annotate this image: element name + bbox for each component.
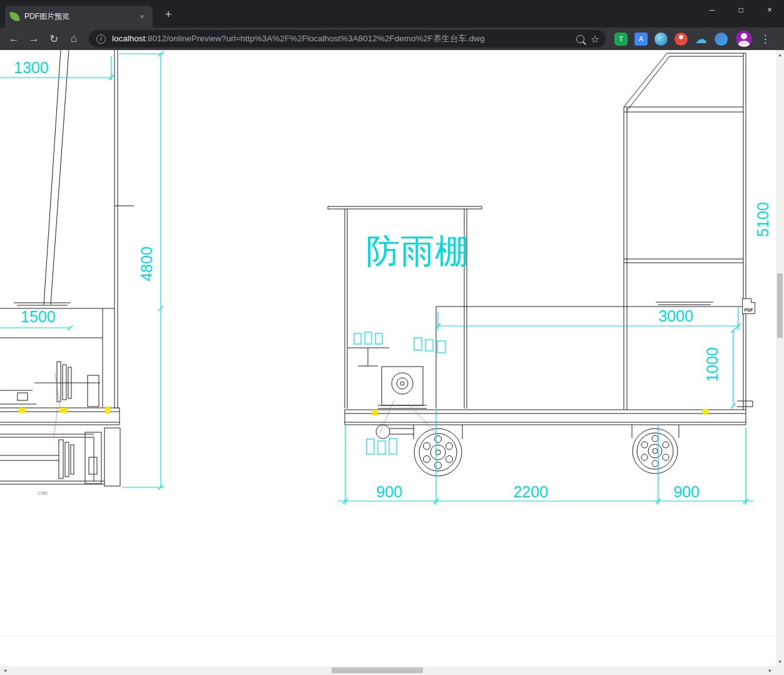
spring-leaf-favicon xyxy=(9,11,19,21)
tab-title: PDF图片预览 xyxy=(24,11,131,22)
scroll-down-icon[interactable]: ▼ xyxy=(776,657,784,666)
scroll-left-icon[interactable]: ◄ xyxy=(1,666,9,675)
dim-1000: 1000 xyxy=(703,347,721,382)
wheels xyxy=(376,425,679,476)
extension-icon-5[interactable]: ☁ xyxy=(695,33,708,46)
bookmark-star-icon[interactable]: ☆ xyxy=(591,33,599,45)
horizontal-scroll-thumb[interactable] xyxy=(332,667,423,673)
url-host: localhost xyxy=(112,34,145,43)
back-button[interactable]: ← xyxy=(5,30,23,48)
mast-view xyxy=(624,53,746,410)
vertical-scrollbar[interactable]: ▲ ▼ xyxy=(776,50,784,666)
pdf-file-fold-icon xyxy=(751,298,755,303)
new-tab-button[interactable]: + xyxy=(161,8,176,23)
info-icon[interactable]: i xyxy=(96,34,106,44)
dim-1785: 1785 xyxy=(38,491,48,495)
tab-strip: PDF图片预览 × + ─ □ × xyxy=(0,0,784,28)
extension-icon-4[interactable] xyxy=(675,33,688,46)
highlight-marks xyxy=(19,407,708,415)
dim-2200: 2200 xyxy=(513,483,548,500)
dim-5100: 5100 xyxy=(754,202,771,237)
dim-1300: 1300 xyxy=(14,59,49,76)
extension-icon-6[interactable] xyxy=(715,33,728,46)
browser-tab[interactable]: PDF图片预览 × xyxy=(5,6,153,28)
extension-icon-1[interactable]: T xyxy=(614,33,628,46)
scroll-up-icon[interactable]: ▲ xyxy=(776,51,784,59)
window-controls: ─ □ × xyxy=(698,0,784,20)
url-text[interactable]: localhost:8012/onlinePreview?url=http%3A… xyxy=(112,33,570,44)
pdf-badge-label: PDF xyxy=(745,307,753,313)
dim-900-right: 900 xyxy=(673,483,700,500)
dim-900-left: 900 xyxy=(376,483,402,500)
navigation-bar: ← → ↻ ⌂ i localhost:8012/onlinePreview?u… xyxy=(0,28,784,50)
zoom-icon[interactable] xyxy=(576,35,584,43)
home-button[interactable]: ⌂ xyxy=(65,30,83,48)
forward-button[interactable]: → xyxy=(25,30,43,48)
minimize-button[interactable]: ─ xyxy=(698,0,726,20)
dim-1500: 1500 xyxy=(21,308,56,325)
left-view xyxy=(0,50,134,486)
cad-drawing: 1300 4800 1500 1785 防雨棚 900 2200 900 300… xyxy=(0,50,776,666)
dim-3000: 3000 xyxy=(658,307,693,325)
browser-window: PDF图片预览 × + ─ □ × ← → ↻ ⌂ i localhost:80… xyxy=(0,0,784,675)
shelter-label: 防雨棚 xyxy=(366,232,469,270)
scroll-right-icon[interactable]: ► xyxy=(766,666,775,675)
avatar-person-body xyxy=(738,41,750,47)
avatar-person-icon xyxy=(741,33,747,39)
url-rest: :8012/onlinePreview?url=http%3A%2F%2Floc… xyxy=(145,34,484,43)
pdf-download-badge[interactable]: PDF xyxy=(742,298,755,314)
browser-menu-icon[interactable]: ⋮ xyxy=(758,33,773,46)
tab-close-icon[interactable]: × xyxy=(136,11,148,23)
horizontal-scrollbar[interactable]: ◄ ► xyxy=(0,666,784,675)
extension-icon-2[interactable]: A xyxy=(634,33,648,46)
vertical-scroll-thumb[interactable] xyxy=(777,273,783,338)
extensions-row: T A ☁ xyxy=(614,33,728,46)
extension-icon-3[interactable] xyxy=(654,33,668,46)
page-content: 1300 4800 1500 1785 防雨棚 900 2200 900 300… xyxy=(0,50,784,675)
close-button[interactable]: × xyxy=(755,0,784,20)
dimension-lines xyxy=(0,51,754,505)
url-bar[interactable]: i localhost:8012/onlinePreview?url=http%… xyxy=(89,30,606,48)
dim-4800: 4800 xyxy=(138,246,155,282)
profile-avatar[interactable] xyxy=(736,31,752,47)
maximize-button[interactable]: □ xyxy=(726,0,755,20)
reload-button[interactable]: ↻ xyxy=(45,30,63,48)
